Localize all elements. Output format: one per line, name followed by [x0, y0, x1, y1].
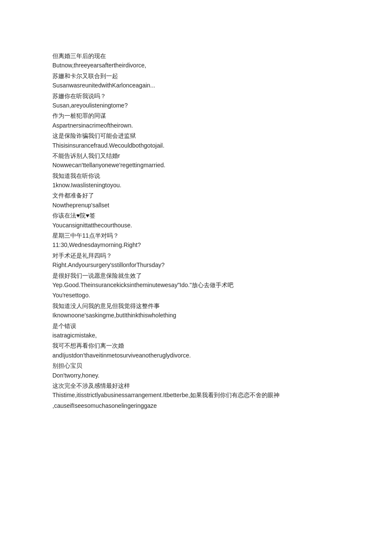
zh-line-5: 不能告诉别人我们又结婚r: [52, 151, 340, 160]
en-line-3: Aspartnersinacrimeoftheirown.: [52, 121, 340, 130]
en-line-15: andIjustdon'thaveitinmetosurviveanotheru…: [52, 351, 340, 360]
zh-line-3: 作为一桩犯罪的同谋: [52, 111, 340, 120]
text-block-18: ,causeifIseesomuchasonelingeringgaze: [52, 401, 340, 410]
zh-line-6: 我知道我在听你说: [52, 171, 340, 180]
text-block-8: 你该在法♥院♥签Youcansignittatthecourthouse.: [52, 211, 340, 230]
zh-line-16: 别担心宝贝: [52, 361, 340, 370]
zh-line-0: 但离婚三年后的现在: [52, 51, 340, 61]
en-line-6: 1know.Iwaslisteningtoyou.: [52, 180, 340, 190]
en-line-14: isatragicmistake,: [52, 331, 340, 340]
en-line-12: You'resettogo.: [52, 291, 340, 300]
text-block-4: 这是保险诈骗我们可能会进监狱Thisisinsurancefraud.Wecou…: [52, 131, 340, 150]
text-block-10: 对手术还是礼拜四吗？Right.Andyoursurgery'sstillonf…: [52, 251, 340, 270]
text-block-17: 这次完全不涉及感情最好这样Thistime,itisstrictlyabusin…: [52, 381, 340, 400]
en-line-11: Yep.Good.Theinsurancekicksintheminutewes…: [52, 280, 340, 290]
text-block-16: 别担心宝贝Don'tworry,honey.: [52, 361, 340, 380]
en-line-7: Nowtheprenup'sallset: [52, 200, 340, 210]
en-line-13: Iknownoone'saskingme,butIthinkthiswholet…: [52, 311, 340, 320]
text-block-12: You'resettogo.: [52, 291, 340, 300]
text-block-5: 不能告诉别人我们又结婚rNowwecan'ttellanyonewe'reget…: [52, 151, 340, 170]
text-block-7: 文件都准备好了Nowtheprenup'sallset: [52, 191, 340, 210]
en-line-18: ,causeifIseesomuchasonelingeringgaze: [52, 401, 340, 410]
main-content: 但离婚三年后的现在Butnow,threeyearsaftertheirdivo…: [52, 51, 340, 410]
zh-line-15: 我可不想再看你们离一次婚: [52, 341, 340, 350]
text-block-11: 是很好我们一说愿意保险就生效了Yep.Good.Theinsurancekick…: [52, 271, 340, 290]
en-line-17: Thistime,itisstrictlyabusinessarrangemen…: [52, 390, 340, 400]
en-line-9: 11:30,Wednesdaymorning.Right?: [52, 240, 340, 250]
en-line-1: SusanwasreunitedwithKarlonceagain...: [52, 81, 340, 90]
zh-line-7: 文件都准备好了: [52, 191, 340, 200]
en-line-8: Youcansignittatthecourthouse.: [52, 221, 340, 230]
en-line-2: Susan,areyoulisteningtome?: [52, 101, 340, 110]
zh-line-8: 你该在法♥院♥签: [52, 211, 340, 220]
zh-line-13: 我知道没人问我的意见但我觉得这整件事: [52, 301, 340, 311]
text-block-9: 星期三中午11点半对吗？11:30,Wednesdaymorning.Right…: [52, 231, 340, 250]
zh-line-4: 这是保险诈骗我们可能会进监狱: [52, 131, 340, 140]
en-line-4: Thisisinsurancefraud.Wecouldbothgotojail…: [52, 141, 340, 150]
text-block-6: 我知道我在听你说1know.Iwaslisteningtoyou.: [52, 171, 340, 190]
zh-line-2: 苏姗你在听我说吗？: [52, 91, 340, 101]
text-block-13: 我知道没人问我的意见但我觉得这整件事Iknownoone'saskingme,b…: [52, 301, 340, 320]
text-block-2: 苏姗你在听我说吗？Susan,areyoulisteningtome?: [52, 91, 340, 110]
text-block-0: 但离婚三年后的现在Butnow,threeyearsaftertheirdivo…: [52, 51, 340, 70]
text-block-3: 作为一桩犯罪的同谋Aspartnersinacrimeoftheirown.: [52, 111, 340, 130]
text-block-1: 苏姗和卡尔又联合到一起SusanwasreunitedwithKarloncea…: [52, 71, 340, 90]
text-block-14: 是个错误isatragicmistake,: [52, 321, 340, 340]
en-line-16: Don'tworry,honey.: [52, 371, 340, 380]
en-line-5: Nowwecan'ttellanyonewe'regettingmarried.: [52, 160, 340, 170]
zh-line-9: 星期三中午11点半对吗？: [52, 231, 340, 240]
zh-line-10: 对手术还是礼拜四吗？: [52, 251, 340, 260]
text-block-15: 我可不想再看你们离一次婚andIjustdon'thaveitinmetosur…: [52, 341, 340, 360]
en-line-0: Butnow,threeyearsaftertheirdivorce,: [52, 61, 340, 70]
zh-line-17: 这次完全不涉及感情最好这样: [52, 381, 340, 390]
zh-line-11: 是很好我们一说愿意保险就生效了: [52, 271, 340, 280]
zh-line-1: 苏姗和卡尔又联合到一起: [52, 71, 340, 81]
en-line-10: Right.Andyoursurgery'sstillonforThursday…: [52, 260, 340, 270]
zh-line-14: 是个错误: [52, 321, 340, 331]
